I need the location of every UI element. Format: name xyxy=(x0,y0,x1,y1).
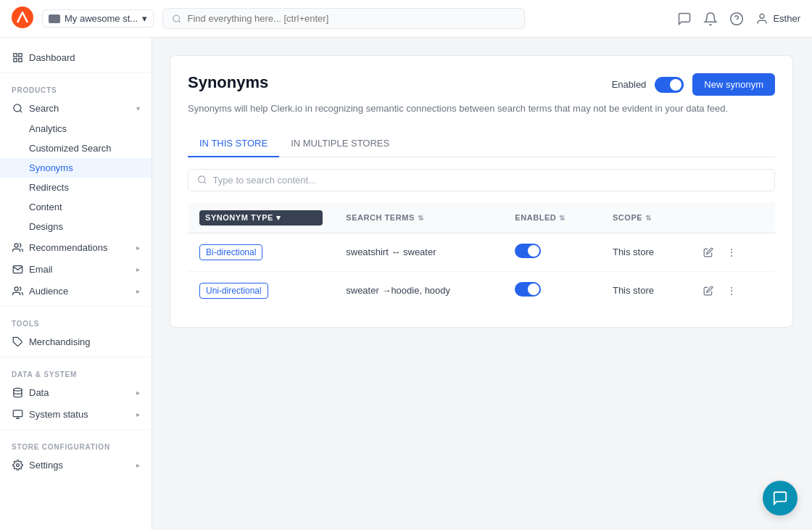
table-search-icon xyxy=(197,175,207,185)
tools-section-label: TOOLS xyxy=(0,311,152,331)
sidebar-item-search[interactable]: Search ▾ xyxy=(0,97,152,119)
sidebar-item-system-status[interactable]: System status ▸ xyxy=(0,403,152,425)
designs-label: Designs xyxy=(29,221,63,232)
search-terms-sort-icon: ⇅ xyxy=(418,214,424,222)
sidebar: Dashboard PRODUCTS Search ▾ Analytics Cu… xyxy=(0,38,152,530)
svg-point-1 xyxy=(173,15,180,21)
layout: Dashboard PRODUCTS Search ▾ Analytics Cu… xyxy=(0,0,812,530)
sidebar-divider-2 xyxy=(0,306,152,307)
sidebar-item-recommendations[interactable]: Recommendations ▸ xyxy=(0,236,152,258)
search-terms-sort[interactable]: SEARCH TERMS ⇅ xyxy=(346,213,492,222)
sidebar-sub-item-synonyms[interactable]: Synonyms xyxy=(0,158,152,178)
enabled-label: Enabled xyxy=(612,79,647,90)
page-description: Synonyms will help Clerk.io in recognizi… xyxy=(188,102,775,116)
svg-point-9 xyxy=(13,104,20,111)
row2-actions: ⋮ xyxy=(698,281,763,301)
sidebar-item-audience[interactable]: Audience ▸ xyxy=(0,280,152,302)
data-arrow: ▸ xyxy=(136,389,140,397)
sidebar-item-email[interactable]: Email ▸ xyxy=(0,258,152,280)
recommendations-icon xyxy=(12,241,23,253)
search-icon xyxy=(172,14,181,24)
sidebar-divider-3 xyxy=(0,357,152,357)
row2-edit-button[interactable] xyxy=(698,281,718,301)
data-icon xyxy=(12,386,23,398)
table-row: Bi-directional sweatshirt ↔ sweater This… xyxy=(188,233,775,271)
svg-point-17 xyxy=(16,463,19,466)
svg-point-4 xyxy=(760,14,764,18)
row1-more-button[interactable]: ⋮ xyxy=(721,242,742,262)
enabled-toggle[interactable] xyxy=(655,77,684,93)
enabled-sort-icon: ⇅ xyxy=(559,214,566,222)
content-label: Content xyxy=(29,202,62,212)
page-title: Synonyms xyxy=(188,73,268,92)
tab-in-this-store[interactable]: IN THIS STORE xyxy=(188,131,279,157)
svg-point-18 xyxy=(199,176,205,183)
sidebar-item-settings[interactable]: Settings ▸ xyxy=(0,454,152,476)
row1-enabled-cell xyxy=(503,233,601,271)
chat-icon[interactable] xyxy=(677,12,692,26)
search-arrow: ▾ xyxy=(136,104,140,112)
enabled-sort[interactable]: ENABLED ⇅ xyxy=(515,213,589,222)
system-status-arrow: ▸ xyxy=(136,410,140,418)
global-search-input[interactable] xyxy=(188,13,516,24)
store-selector[interactable]: My awesome st... ▾ xyxy=(42,9,154,28)
sidebar-sub-item-customized-search[interactable]: Customized Search xyxy=(0,138,152,158)
analytics-label: Analytics xyxy=(29,123,67,134)
system-status-label: System status xyxy=(29,409,88,420)
sidebar-sub-item-analytics[interactable]: Analytics xyxy=(0,119,152,138)
scope-sort[interactable]: SCOPE ⇅ xyxy=(613,213,675,222)
th-synonym-type: SYNONYM TYPE ▾ xyxy=(188,203,334,233)
notification-icon[interactable] xyxy=(703,12,718,26)
redirects-label: Redirects xyxy=(29,182,69,193)
svg-point-0 xyxy=(12,7,33,28)
recommendations-arrow: ▸ xyxy=(136,244,140,252)
sidebar-sub-item-designs[interactable]: Designs xyxy=(0,217,152,236)
scope-sort-icon: ⇅ xyxy=(645,214,652,222)
user-menu[interactable]: Esther xyxy=(755,12,800,25)
sidebar-sub-item-content[interactable]: Content xyxy=(0,197,152,217)
row2-type-badge[interactable]: Uni-directional xyxy=(199,283,268,299)
row1-type-badge[interactable]: Bi-directional xyxy=(199,244,262,260)
table-search-bar[interactable] xyxy=(188,169,775,191)
synonym-type-filter-btn[interactable]: SYNONYM TYPE ▾ xyxy=(199,210,323,225)
table-search-input[interactable] xyxy=(213,175,766,186)
table-body: Bi-directional sweatshirt ↔ sweater This… xyxy=(188,233,775,310)
row2-more-button[interactable]: ⋮ xyxy=(721,281,742,301)
logo[interactable] xyxy=(12,7,33,31)
row1-edit-button[interactable] xyxy=(698,242,718,262)
page-header: Synonyms Enabled New synonym xyxy=(188,73,775,96)
svg-point-10 xyxy=(14,243,18,247)
search-nav-icon xyxy=(12,102,23,114)
edit-icon xyxy=(703,286,713,296)
row2-enabled-cell xyxy=(503,271,601,310)
settings-label: Settings xyxy=(29,460,63,471)
sidebar-sub-item-redirects[interactable]: Redirects xyxy=(0,178,152,197)
synonym-type-col-label: SYNONYM TYPE xyxy=(205,213,273,222)
svg-rect-8 xyxy=(13,58,16,61)
row2-search-terms-cell: sweater →hoodie, hoody xyxy=(334,271,503,310)
sidebar-item-dashboard[interactable]: Dashboard xyxy=(0,46,152,68)
row2-scope-cell: This store xyxy=(601,271,687,310)
row2-enabled-toggle[interactable] xyxy=(515,282,541,297)
table-row: Uni-directional sweater →hoodie, hoody T… xyxy=(188,271,775,310)
edit-icon xyxy=(703,247,713,257)
row1-enabled-toggle[interactable] xyxy=(515,244,541,258)
tab-in-multiple-stores[interactable]: IN MULTIPLE STORES xyxy=(279,131,401,157)
chat-support-bubble[interactable] xyxy=(763,481,798,515)
sidebar-item-data[interactable]: Data ▸ xyxy=(0,381,152,403)
row2-type-cell: Uni-directional xyxy=(188,271,334,310)
enabled-col-label: ENABLED xyxy=(515,213,556,222)
email-icon xyxy=(12,263,23,275)
global-search[interactable] xyxy=(162,8,525,29)
sidebar-item-merchandising[interactable]: Merchandising xyxy=(0,331,152,352)
svg-rect-5 xyxy=(13,53,16,56)
svg-point-13 xyxy=(13,388,21,391)
search-label: Search xyxy=(29,103,59,114)
new-synonym-button[interactable]: New synonym xyxy=(692,73,775,96)
row1-type-cell: Bi-directional xyxy=(188,233,334,271)
content-card: Synonyms Enabled New synonym Synonyms wi… xyxy=(170,55,793,328)
products-section-label: PRODUCTS xyxy=(0,78,152,97)
audience-icon xyxy=(12,285,23,297)
svg-rect-7 xyxy=(18,58,21,61)
help-icon[interactable] xyxy=(729,12,744,26)
